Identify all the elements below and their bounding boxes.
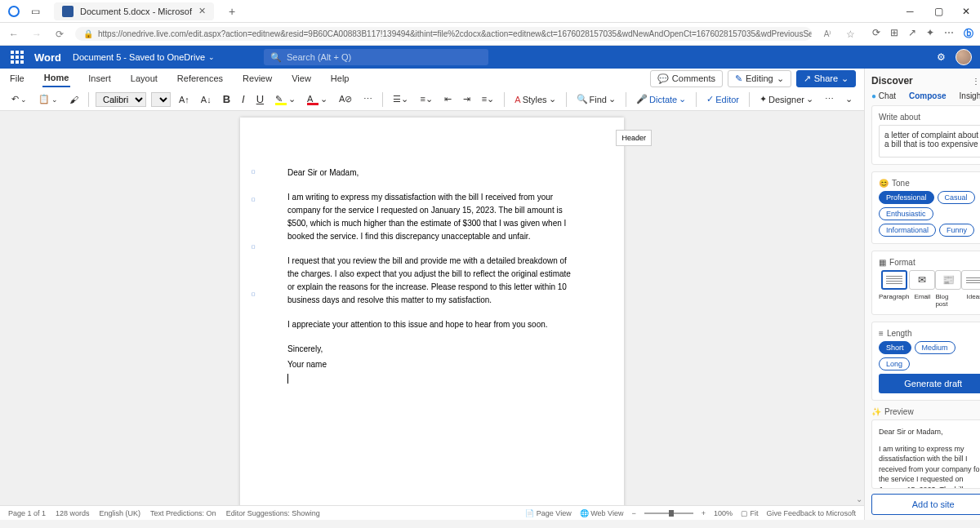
close-window-button[interactable]: ✕ <box>962 6 973 17</box>
clear-format-button[interactable]: A⊘ <box>336 92 355 106</box>
collapse-ribbon-button[interactable]: ⌄ <box>842 92 856 106</box>
preview-text: Dear Sir or Madam, <box>879 427 980 437</box>
workspace-icon[interactable]: ▭ <box>28 4 42 19</box>
more-toolbar-button[interactable]: ⋯ <box>822 92 837 106</box>
format-painter-button[interactable]: 🖌 <box>66 93 82 106</box>
minimize-button[interactable]: ─ <box>906 6 918 17</box>
designer-button[interactable]: ✦Designer⌄ <box>756 92 817 106</box>
increase-indent-button[interactable]: ⇥ <box>460 92 474 106</box>
web-view-button[interactable]: 🌐 Web View <box>580 509 624 517</box>
page-view-button[interactable]: 📄 Page View <box>525 509 571 517</box>
tab-view[interactable]: View <box>290 70 313 87</box>
prompt-textarea[interactable]: a letter of complaint about a bill that … <box>879 125 980 158</box>
undo-button[interactable]: ↶⌄ <box>8 92 30 106</box>
format-blog[interactable]: 📰Blog post <box>935 270 961 308</box>
tab-insert[interactable]: Insert <box>87 70 113 87</box>
font-size-select[interactable]: 11 <box>151 92 171 107</box>
tab-review[interactable]: Review <box>241 70 274 87</box>
sync-icon[interactable]: ⟳ <box>872 27 880 41</box>
settings-icon[interactable]: ⚙ <box>937 51 946 63</box>
more-font-button[interactable]: ⋯ <box>360 92 376 106</box>
length-chip-long[interactable]: Long <box>879 357 910 370</box>
extensions-icon[interactable]: ✦ <box>926 27 934 41</box>
shrink-font-button[interactable]: A↓ <box>198 93 215 106</box>
zoom-in-button[interactable]: + <box>702 509 706 517</box>
tab-references[interactable]: References <box>176 70 225 87</box>
tab-file[interactable]: File <box>8 70 26 87</box>
share-icon[interactable]: ↗ <box>908 27 916 41</box>
tab-compose[interactable]: Compose <box>909 91 947 100</box>
tone-chip-enthusiastic[interactable]: Enthusiastic <box>879 207 933 220</box>
grow-font-button[interactable]: A↑ <box>176 93 193 106</box>
bullets-button[interactable]: ☰⌄ <box>390 92 412 106</box>
app-launcher[interactable] <box>8 48 26 66</box>
find-button[interactable]: 🔍Find⌄ <box>573 92 619 106</box>
page[interactable]: Header ◇ Dear Sir or Madam, ◇ I am writi… <box>240 118 624 505</box>
underline-button[interactable]: U <box>253 91 267 107</box>
editor-button[interactable]: ✓Editor <box>703 92 742 106</box>
zoom-slider[interactable] <box>644 512 693 514</box>
tone-chip-casual[interactable]: Casual <box>938 191 975 204</box>
generate-draft-button[interactable]: Generate draft <box>879 374 980 393</box>
read-aloud-icon[interactable]: A⁾ <box>820 29 835 38</box>
word-count[interactable]: 128 words <box>56 509 90 517</box>
header-button[interactable]: Header <box>616 130 652 146</box>
length-chip-short[interactable]: Short <box>879 341 911 354</box>
paste-button[interactable]: 📋⌄ <box>35 92 61 106</box>
italic-button[interactable]: I <box>238 91 248 107</box>
styles-button[interactable]: AStyles⌄ <box>511 92 559 106</box>
more-icon[interactable]: ⋯ <box>944 27 954 41</box>
edge-icon[interactable] <box>7 4 21 19</box>
language[interactable]: English (UK) <box>100 509 141 517</box>
tab-layout[interactable]: Layout <box>129 70 159 87</box>
text-predictions[interactable]: Text Predictions: On <box>150 509 216 517</box>
doc-name-chevron[interactable]: ⌄ <box>208 53 215 61</box>
collections-icon[interactable]: ⊞ <box>890 27 898 41</box>
tab-home[interactable]: Home <box>42 69 71 87</box>
tab-insights[interactable]: Insights <box>960 91 980 100</box>
maximize-button[interactable]: ▢ <box>934 6 946 17</box>
back-button[interactable]: ← <box>7 29 21 40</box>
address-bar[interactable]: 🔒 https://onedrive.live.com/edit.aspx?ac… <box>75 27 812 41</box>
tab-chat[interactable]: ● Chat <box>871 91 896 100</box>
editing-mode-button[interactable]: ✎Editing⌄ <box>728 70 791 87</box>
document-canvas[interactable]: Header ◇ Dear Sir or Madam, ◇ I am writi… <box>0 111 864 505</box>
tone-chip-funny[interactable]: Funny <box>939 224 974 237</box>
forward-button[interactable]: → <box>29 29 44 40</box>
discover-more-icon[interactable]: ⋮ <box>972 77 980 86</box>
new-tab-button[interactable]: + <box>229 5 235 18</box>
page-count[interactable]: Page 1 of 1 <box>8 509 46 517</box>
tone-chip-professional[interactable]: Professional <box>879 191 934 204</box>
close-tab-icon[interactable]: ✕ <box>198 6 206 16</box>
favorite-icon[interactable]: ☆ <box>843 29 858 40</box>
add-to-site-button[interactable]: Add to site <box>871 494 980 515</box>
numbering-button[interactable]: ≡⌄ <box>416 92 435 106</box>
align-button[interactable]: ≡⌄ <box>479 92 497 106</box>
feedback-link[interactable]: Give Feedback to Microsoft <box>766 509 856 517</box>
format-email[interactable]: ✉Email <box>909 270 935 308</box>
highlight-button[interactable]: ✎⌄ <box>272 92 299 107</box>
scroll-down-icon[interactable]: ⌄ <box>856 495 862 504</box>
zoom-out-button[interactable]: − <box>631 509 635 517</box>
doc-name[interactable]: Document 5 - Saved to OneDrive <box>73 52 205 62</box>
tone-chip-informational[interactable]: Informational <box>879 224 936 237</box>
comments-button[interactable]: 💬Comments <box>650 70 723 87</box>
search-input[interactable]: 🔍 Search (Alt + Q) <box>264 49 488 65</box>
format-paragraph[interactable]: Paragraph <box>879 270 909 308</box>
user-avatar[interactable] <box>956 49 972 65</box>
decrease-indent-button[interactable]: ⇤ <box>441 92 455 106</box>
tab-help[interactable]: Help <box>329 70 351 87</box>
length-chip-medium[interactable]: Medium <box>915 341 956 354</box>
share-button[interactable]: ↗Share⌄ <box>796 70 856 87</box>
font-color-button[interactable]: A⌄ <box>304 92 331 107</box>
browser-tab[interactable]: Document 5.docx - Microsof ✕ <box>54 2 214 20</box>
fit-button[interactable]: ▢ Fit <box>741 509 759 517</box>
bing-icon[interactable]: ⓑ <box>964 27 973 41</box>
format-ideas[interactable]: Ideas <box>961 270 980 308</box>
zoom-level[interactable]: 100% <box>714 509 733 517</box>
dictate-button[interactable]: 🎤Dictate⌄ <box>633 92 689 106</box>
bold-button[interactable]: B <box>220 91 234 107</box>
refresh-button[interactable]: ⟳ <box>52 29 67 40</box>
editor-suggestions[interactable]: Editor Suggestions: Showing <box>226 509 320 517</box>
font-family-select[interactable]: Calibri (Body) <box>96 92 146 107</box>
